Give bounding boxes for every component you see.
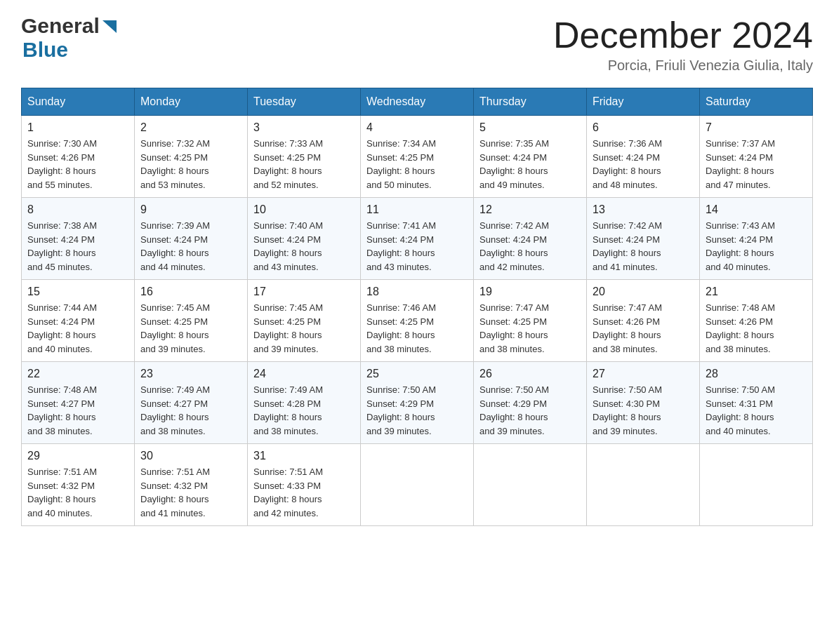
- day-info: Sunrise: 7:51 AMSunset: 4:32 PMDaylight:…: [140, 465, 241, 520]
- calendar-day-cell: 27Sunrise: 7:50 AMSunset: 4:30 PMDayligh…: [587, 362, 700, 444]
- day-number: 24: [253, 368, 355, 380]
- calendar-header-row: Sunday Monday Tuesday Wednesday Thursday…: [22, 88, 813, 116]
- calendar-day-cell: 19Sunrise: 7:47 AMSunset: 4:25 PMDayligh…: [474, 280, 587, 362]
- day-info: Sunrise: 7:50 AMSunset: 4:31 PMDaylight:…: [706, 383, 807, 438]
- calendar-day-cell: 18Sunrise: 7:46 AMSunset: 4:25 PMDayligh…: [361, 280, 474, 362]
- day-info: Sunrise: 7:42 AMSunset: 4:24 PMDaylight:…: [479, 219, 581, 274]
- day-number: 19: [479, 286, 581, 298]
- month-title: December 2024: [553, 14, 813, 56]
- day-info: Sunrise: 7:50 AMSunset: 4:29 PMDaylight:…: [366, 383, 468, 438]
- calendar-day-cell: 12Sunrise: 7:42 AMSunset: 4:24 PMDayligh…: [474, 198, 587, 280]
- day-info: Sunrise: 7:50 AMSunset: 4:29 PMDaylight:…: [479, 383, 581, 438]
- day-info: Sunrise: 7:39 AMSunset: 4:24 PMDaylight:…: [140, 219, 241, 274]
- calendar-day-cell: 8Sunrise: 7:38 AMSunset: 4:24 PMDaylight…: [22, 198, 135, 280]
- calendar-week-row: 8Sunrise: 7:38 AMSunset: 4:24 PMDaylight…: [22, 198, 813, 280]
- day-number: 26: [479, 368, 581, 380]
- day-number: 5: [479, 121, 581, 134]
- calendar-day-cell: 10Sunrise: 7:40 AMSunset: 4:24 PMDayligh…: [248, 198, 361, 280]
- day-info: Sunrise: 7:51 AMSunset: 4:32 PMDaylight:…: [27, 465, 128, 520]
- logo-general-text: General: [21, 14, 100, 38]
- svg-marker-0: [102, 20, 117, 33]
- day-info: Sunrise: 7:47 AMSunset: 4:26 PMDaylight:…: [593, 301, 694, 356]
- day-info: Sunrise: 7:48 AMSunset: 4:26 PMDaylight:…: [706, 301, 807, 356]
- day-number: 6: [593, 121, 694, 134]
- day-info: Sunrise: 7:45 AMSunset: 4:25 PMDaylight:…: [140, 301, 241, 356]
- day-number: 1: [27, 121, 128, 134]
- title-area: December 2024 Porcia, Friuli Venezia Giu…: [553, 14, 813, 74]
- calendar-day-cell: 22Sunrise: 7:48 AMSunset: 4:27 PMDayligh…: [22, 362, 135, 444]
- calendar-day-cell: 16Sunrise: 7:45 AMSunset: 4:25 PMDayligh…: [135, 280, 248, 362]
- calendar-day-cell: 17Sunrise: 7:45 AMSunset: 4:25 PMDayligh…: [248, 280, 361, 362]
- day-number: 14: [706, 203, 807, 216]
- calendar-day-cell: 23Sunrise: 7:49 AMSunset: 4:27 PMDayligh…: [135, 362, 248, 444]
- day-number: 17: [253, 286, 355, 298]
- day-number: 23: [140, 368, 241, 380]
- day-number: 7: [706, 121, 807, 134]
- day-info: Sunrise: 7:45 AMSunset: 4:25 PMDaylight:…: [253, 301, 355, 356]
- day-number: 2: [140, 121, 241, 134]
- calendar-day-cell: 9Sunrise: 7:39 AMSunset: 4:24 PMDaylight…: [135, 198, 248, 280]
- day-number: 18: [366, 286, 468, 298]
- calendar-day-cell: 25Sunrise: 7:50 AMSunset: 4:29 PMDayligh…: [361, 362, 474, 444]
- day-info: Sunrise: 7:38 AMSunset: 4:24 PMDaylight:…: [27, 219, 128, 274]
- day-number: 13: [593, 203, 694, 216]
- day-info: Sunrise: 7:47 AMSunset: 4:25 PMDaylight:…: [479, 301, 581, 356]
- calendar-day-cell: [587, 444, 700, 526]
- col-sunday: Sunday: [22, 88, 135, 116]
- col-thursday: Thursday: [474, 88, 587, 116]
- day-number: 16: [140, 286, 241, 298]
- col-tuesday: Tuesday: [248, 88, 361, 116]
- day-info: Sunrise: 7:32 AMSunset: 4:25 PMDaylight:…: [140, 137, 241, 192]
- day-number: 21: [706, 286, 807, 298]
- day-info: Sunrise: 7:49 AMSunset: 4:28 PMDaylight:…: [253, 383, 355, 438]
- calendar-day-cell: 1Sunrise: 7:30 AMSunset: 4:26 PMDaylight…: [22, 116, 135, 198]
- calendar-day-cell: 7Sunrise: 7:37 AMSunset: 4:24 PMDaylight…: [700, 116, 813, 198]
- day-number: 31: [253, 450, 355, 462]
- calendar-day-cell: 13Sunrise: 7:42 AMSunset: 4:24 PMDayligh…: [587, 198, 700, 280]
- calendar-day-cell: 30Sunrise: 7:51 AMSunset: 4:32 PMDayligh…: [135, 444, 248, 526]
- col-wednesday: Wednesday: [361, 88, 474, 116]
- day-number: 3: [253, 121, 355, 134]
- day-number: 12: [479, 203, 581, 216]
- calendar-day-cell: 3Sunrise: 7:33 AMSunset: 4:25 PMDaylight…: [248, 116, 361, 198]
- day-info: Sunrise: 7:44 AMSunset: 4:24 PMDaylight:…: [27, 301, 128, 356]
- day-number: 20: [593, 286, 694, 298]
- col-friday: Friday: [587, 88, 700, 116]
- calendar-day-cell: 26Sunrise: 7:50 AMSunset: 4:29 PMDayligh…: [474, 362, 587, 444]
- day-info: Sunrise: 7:49 AMSunset: 4:27 PMDaylight:…: [140, 383, 241, 438]
- calendar-day-cell: 24Sunrise: 7:49 AMSunset: 4:28 PMDayligh…: [248, 362, 361, 444]
- day-info: Sunrise: 7:35 AMSunset: 4:24 PMDaylight:…: [479, 137, 581, 192]
- calendar-week-row: 29Sunrise: 7:51 AMSunset: 4:32 PMDayligh…: [22, 444, 813, 526]
- day-info: Sunrise: 7:50 AMSunset: 4:30 PMDaylight:…: [593, 383, 694, 438]
- day-info: Sunrise: 7:43 AMSunset: 4:24 PMDaylight:…: [706, 219, 807, 274]
- calendar-week-row: 22Sunrise: 7:48 AMSunset: 4:27 PMDayligh…: [22, 362, 813, 444]
- calendar-day-cell: 31Sunrise: 7:51 AMSunset: 4:33 PMDayligh…: [248, 444, 361, 526]
- day-number: 11: [366, 203, 468, 216]
- day-number: 27: [593, 368, 694, 380]
- calendar-week-row: 1Sunrise: 7:30 AMSunset: 4:26 PMDaylight…: [22, 116, 813, 198]
- calendar-day-cell: 11Sunrise: 7:41 AMSunset: 4:24 PMDayligh…: [361, 198, 474, 280]
- day-info: Sunrise: 7:46 AMSunset: 4:25 PMDaylight:…: [366, 301, 468, 356]
- calendar-day-cell: 28Sunrise: 7:50 AMSunset: 4:31 PMDayligh…: [700, 362, 813, 444]
- calendar-week-row: 15Sunrise: 7:44 AMSunset: 4:24 PMDayligh…: [22, 280, 813, 362]
- page-header: General Blue December 2024 Porcia, Friul…: [21, 14, 813, 74]
- day-info: Sunrise: 7:48 AMSunset: 4:27 PMDaylight:…: [27, 383, 128, 438]
- day-number: 9: [140, 203, 241, 216]
- day-info: Sunrise: 7:40 AMSunset: 4:24 PMDaylight:…: [253, 219, 355, 274]
- day-number: 25: [366, 368, 468, 380]
- logo: General Blue: [21, 14, 117, 62]
- day-number: 22: [27, 368, 128, 380]
- calendar-day-cell: [361, 444, 474, 526]
- day-number: 15: [27, 286, 128, 298]
- day-number: 30: [140, 450, 241, 462]
- day-info: Sunrise: 7:36 AMSunset: 4:24 PMDaylight:…: [593, 137, 694, 192]
- calendar-day-cell: 29Sunrise: 7:51 AMSunset: 4:32 PMDayligh…: [22, 444, 135, 526]
- day-number: 29: [27, 450, 128, 462]
- day-number: 10: [253, 203, 355, 216]
- calendar-day-cell: 14Sunrise: 7:43 AMSunset: 4:24 PMDayligh…: [700, 198, 813, 280]
- calendar-day-cell: 15Sunrise: 7:44 AMSunset: 4:24 PMDayligh…: [22, 280, 135, 362]
- day-info: Sunrise: 7:51 AMSunset: 4:33 PMDaylight:…: [253, 465, 355, 520]
- logo-triangle-icon: [102, 20, 117, 36]
- day-number: 4: [366, 121, 468, 134]
- day-info: Sunrise: 7:42 AMSunset: 4:24 PMDaylight:…: [593, 219, 694, 274]
